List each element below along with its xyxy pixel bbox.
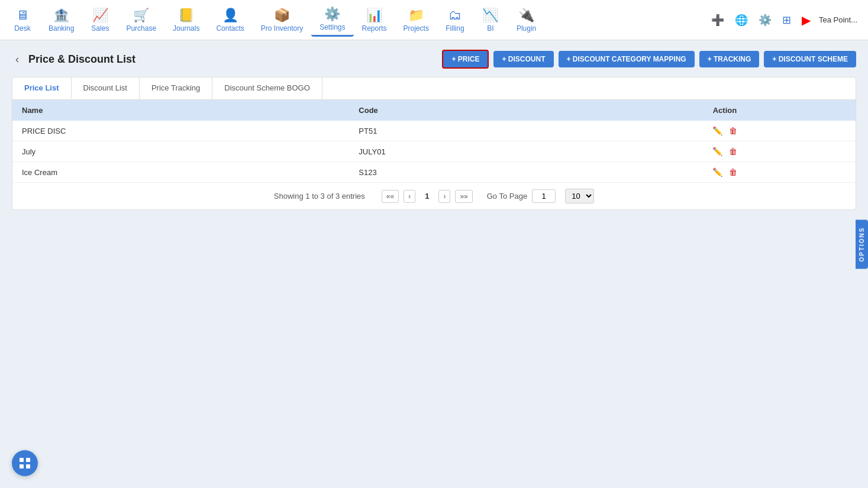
nav-item-projects[interactable]: 📁Projects (395, 4, 437, 36)
btn-price[interactable]: + PRICE (442, 50, 489, 69)
tabs-bar: Price ListDiscount ListPrice TrackingDis… (12, 77, 856, 99)
nav-icon-pro-inventory: 📦 (274, 8, 290, 23)
user-menu[interactable]: Tea Point... (819, 15, 857, 24)
nav-icon-banking: 🏦 (53, 8, 69, 23)
prev-page-btn[interactable]: ‹ (404, 190, 415, 203)
delete-icon[interactable]: 🗑 (727, 146, 740, 157)
table-container: Name Code Action PRICE DISC PT51 ✏️ 🗑 Ju… (12, 99, 856, 210)
action-cell: ✏️ 🗑 (594, 141, 856, 162)
nav-icon-journals: 📒 (178, 8, 194, 23)
nav-item-sales[interactable]: 📈Sales (82, 4, 118, 36)
btn-discount_scheme[interactable]: + DISCOUNT SCHEME (764, 51, 856, 67)
col-name: Name (12, 100, 349, 121)
table-row: PRICE DISC PT51 ✏️ 🗑 (12, 121, 856, 141)
current-page: 1 (420, 190, 434, 202)
tab-price_list[interactable]: Price List (12, 77, 72, 99)
nav-item-banking[interactable]: 🏦Banking (40, 4, 82, 36)
nav-icon-plugin: 🔌 (518, 8, 534, 23)
first-page-btn[interactable]: «« (382, 190, 399, 203)
nav-icon-projects: 📁 (408, 8, 424, 23)
page-header: ‹ Price & Discount List + PRICE+ DISCOUN… (12, 50, 856, 69)
go-to-input[interactable] (532, 189, 556, 203)
svg-rect-2 (20, 464, 24, 468)
cell-name: July (12, 141, 349, 162)
nav-item-filling[interactable]: 🗂Filling (437, 4, 473, 36)
options-tab[interactable]: OPTIONS (856, 219, 868, 269)
col-code: Code (349, 100, 594, 121)
grid-icon[interactable]: ⊞ (780, 11, 793, 29)
action-cell: ✏️ 🗑 (594, 162, 856, 183)
add-icon[interactable]: ➕ (709, 11, 727, 29)
table-row: Ice Cream S123 ✏️ 🗑 (12, 162, 856, 183)
edit-icon[interactable]: ✏️ (710, 166, 725, 178)
top-navigation: 🖥Desk🏦Banking📈Sales🛒Purchase📒Journals👤Co… (0, 0, 868, 40)
page-title: Price & Discount List (28, 53, 135, 66)
delete-icon[interactable]: 🗑 (727, 166, 740, 178)
last-page-btn[interactable]: »» (455, 190, 472, 203)
cell-name: PRICE DISC (12, 121, 349, 141)
grid-fab-button[interactable] (12, 450, 38, 476)
svg-rect-0 (20, 458, 24, 462)
tab-price_tracking[interactable]: Price Tracking (140, 77, 212, 99)
nav-items-list: 🖥Desk🏦Banking📈Sales🛒Purchase📒Journals👤Co… (5, 3, 709, 37)
col-action: Action (594, 100, 856, 121)
nav-item-pro-inventory[interactable]: 📦Pro Inventory (253, 4, 311, 36)
nav-item-contacts[interactable]: 👤Contacts (208, 4, 252, 36)
nav-icon-filling: 🗂 (448, 8, 462, 23)
globe-icon[interactable]: 🌐 (733, 11, 750, 29)
cell-code: S123 (349, 162, 594, 183)
per-page-select[interactable]: 10 25 50 (565, 189, 594, 203)
header-actions: + PRICE+ DISCOUNT+ DISCOUNT CATEGORY MAP… (442, 50, 856, 69)
page-title-area: ‹ Price & Discount List (12, 52, 135, 67)
tab-discount_scheme_bogo[interactable]: Discount Scheme BOGO (212, 77, 322, 99)
go-to-label: Go To Page (487, 192, 527, 201)
back-button[interactable]: ‹ (12, 52, 22, 67)
table-body: PRICE DISC PT51 ✏️ 🗑 July JULY01 ✏️ 🗑 Ic… (12, 121, 856, 182)
table-header: Name Code Action (12, 100, 856, 121)
price-list-table: Name Code Action PRICE DISC PT51 ✏️ 🗑 Ju… (12, 100, 856, 182)
nav-item-desk[interactable]: 🖥Desk (5, 4, 40, 36)
nav-right-area: ➕ 🌐 ⚙️ ⊞ ▶ Tea Point... (709, 11, 863, 30)
svg-rect-1 (26, 458, 30, 462)
nav-item-reports[interactable]: 📊Reports (354, 4, 395, 36)
pagination-info: Showing 1 to 3 of 3 entries (274, 192, 365, 201)
next-page-btn[interactable]: › (438, 190, 450, 203)
nav-item-purchase[interactable]: 🛒Purchase (118, 4, 164, 36)
nav-icon-sales: 📈 (92, 8, 108, 23)
pagination-row: Showing 1 to 3 of 3 entries «« ‹ 1 › »» … (12, 182, 856, 209)
action-cell: ✏️ 🗑 (594, 121, 856, 141)
btn-tracking[interactable]: + TRACKING (699, 51, 760, 67)
nav-icon-reports: 📊 (366, 8, 382, 23)
btn-discount_cat[interactable]: + DISCOUNT CATEGORY MAPPING (559, 51, 695, 67)
nav-item-plugin[interactable]: 🔌Plugin (508, 4, 544, 36)
settings-icon[interactable]: ⚙️ (756, 11, 774, 29)
cell-name: Ice Cream (12, 162, 349, 183)
nav-icon-contacts: 👤 (222, 8, 238, 23)
delete-icon[interactable]: 🗑 (727, 125, 740, 137)
cell-code: PT51 (349, 121, 594, 141)
tab-discount_list[interactable]: Discount List (72, 77, 140, 99)
youtube-icon[interactable]: ▶ (799, 11, 813, 30)
nav-icon-purchase: 🛒 (133, 8, 149, 23)
nav-item-bi[interactable]: 📉BI (473, 4, 508, 36)
nav-item-journals[interactable]: 📒Journals (164, 4, 208, 36)
edit-icon[interactable]: ✏️ (710, 125, 725, 137)
edit-icon[interactable]: ✏️ (710, 146, 725, 157)
nav-icon-bi: 📉 (482, 8, 498, 23)
cell-code: JULY01 (349, 141, 594, 162)
page-content: ‹ Price & Discount List + PRICE+ DISCOUN… (0, 40, 868, 488)
nav-item-settings[interactable]: ⚙️Settings (311, 3, 353, 37)
btn-discount[interactable]: + DISCOUNT (493, 51, 553, 67)
table-row: July JULY01 ✏️ 🗑 (12, 141, 856, 162)
svg-rect-3 (26, 464, 30, 468)
nav-icon-desk: 🖥 (16, 8, 29, 23)
nav-icon-settings: ⚙️ (324, 7, 340, 22)
